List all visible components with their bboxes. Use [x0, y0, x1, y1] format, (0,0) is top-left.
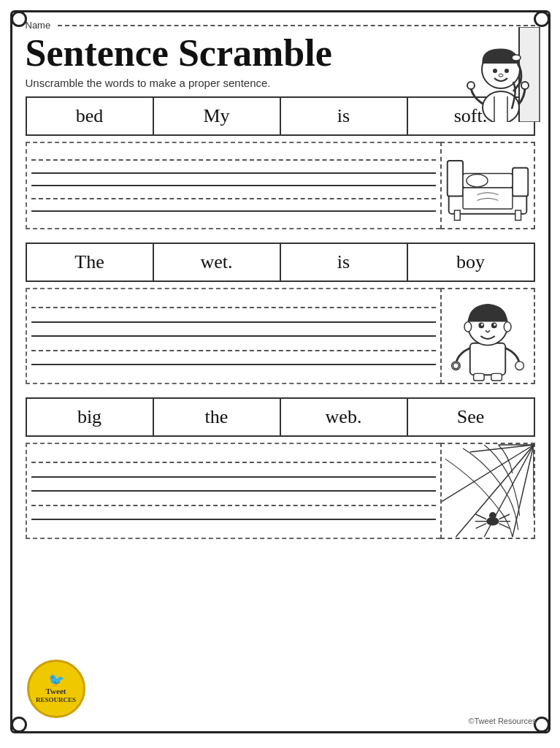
svg-point-16 — [466, 175, 487, 187]
svg-line-46 — [499, 514, 510, 519]
page-title: Sentence Scramble — [26, 32, 535, 74]
writing-lines-3 — [26, 443, 440, 539]
writing-area-3 — [26, 443, 535, 539]
worksheet-page: Name Sentence Scramble Unscramble the wo… — [10, 10, 551, 733]
svg-point-22 — [464, 322, 472, 332]
writing-lines-2 — [26, 288, 440, 384]
writing-lines-1 — [26, 142, 440, 229]
svg-point-30 — [453, 363, 459, 369]
word-row-2: The wet. is boy — [26, 243, 535, 282]
name-line — [58, 25, 534, 26]
writing-area-2 — [26, 288, 535, 384]
svg-rect-32 — [491, 374, 502, 381]
logo-bird-icon: 🐦 — [48, 673, 64, 687]
word-cell-2-3: is — [281, 244, 408, 280]
dash-line — [31, 505, 436, 506]
word-cell-1-1: bed — [27, 98, 154, 134]
svg-point-4 — [493, 69, 497, 73]
word-cell-1-2: My — [154, 98, 281, 134]
image-box-web — [440, 443, 535, 539]
word-cell-3-2: the — [154, 399, 281, 435]
solid-line — [31, 185, 436, 186]
svg-point-27 — [494, 324, 496, 326]
dash-line — [31, 462, 436, 463]
name-area: Name — [26, 20, 535, 31]
svg-point-5 — [505, 69, 509, 73]
word-cell-2-2: wet. — [154, 244, 281, 280]
dash-line — [31, 198, 436, 199]
svg-point-8 — [467, 82, 475, 89]
svg-point-42 — [488, 512, 496, 519]
svg-rect-14 — [512, 168, 527, 196]
svg-point-9 — [521, 82, 529, 89]
dash-line — [31, 307, 436, 308]
solid-line — [31, 321, 436, 323]
solid-line — [31, 364, 436, 365]
solid-line — [31, 490, 436, 492]
word-cell-2-4: boy — [408, 244, 534, 280]
corner-bottom-left — [11, 717, 27, 733]
svg-rect-18 — [454, 210, 460, 221]
svg-rect-13 — [447, 161, 462, 196]
logo-text-tweet: Tweet — [46, 687, 66, 696]
svg-point-29 — [515, 362, 523, 370]
svg-line-45 — [475, 524, 486, 529]
image-box-bed — [440, 142, 535, 229]
word-row-1: bed My is soft. — [26, 96, 535, 136]
svg-line-43 — [475, 514, 486, 519]
solid-line — [31, 476, 436, 478]
dash-line — [31, 350, 436, 351]
svg-rect-20 — [469, 343, 505, 375]
name-label: Name — [26, 20, 51, 31]
word-cell-2-1: The — [27, 244, 154, 280]
corner-top-right — [534, 11, 550, 27]
svg-point-2 — [483, 91, 519, 122]
solid-line — [31, 519, 436, 520]
solid-line — [31, 172, 436, 174]
svg-point-23 — [504, 322, 511, 332]
solid-line — [31, 210, 436, 212]
svg-line-33 — [442, 445, 534, 502]
page-subtitle: Unscramble the words to make a proper se… — [26, 77, 535, 89]
corner-top-left — [11, 11, 27, 27]
svg-point-7 — [512, 55, 521, 61]
logo-badge: 🐦 Tweet RESOURCES — [27, 660, 85, 718]
solid-line — [31, 335, 436, 337]
word-cell-1-3: is — [281, 98, 408, 134]
image-box-boy — [440, 288, 535, 384]
svg-point-26 — [480, 324, 483, 326]
writing-area-1 — [26, 142, 535, 229]
word-cell-3-3: web. — [281, 399, 408, 435]
svg-rect-31 — [473, 374, 484, 381]
word-cell-3-1: big — [27, 399, 154, 435]
svg-line-36 — [512, 445, 533, 537]
girl-illustration — [461, 27, 541, 122]
svg-rect-19 — [515, 210, 521, 221]
copyright-text: ©Tweet Resources — [468, 717, 536, 725]
dash-line — [31, 159, 436, 161]
logo-text-resources: RESOURCES — [36, 696, 76, 704]
word-row-3: big the web. See — [26, 397, 535, 437]
word-cell-3-4: See — [408, 399, 534, 435]
